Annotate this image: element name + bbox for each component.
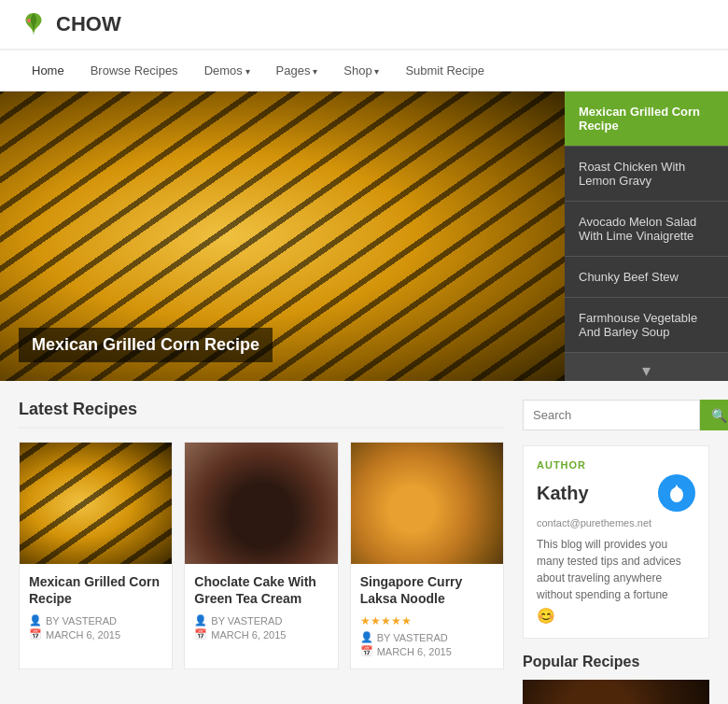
hero-image[interactable]: Mexican Grilled Corn Recipe	[0, 92, 565, 381]
recipe-card-date-1: 📅 MARCH 6, 2015	[194, 628, 328, 641]
hero-sidebar-item-3[interactable]: Chunky Beef Stew	[565, 257, 728, 298]
recipe-card-img-0	[20, 443, 172, 564]
person-icon-2: 👤	[360, 631, 373, 643]
author-emoji-icon: 😊	[537, 607, 695, 625]
main-area: Latest Recipes Mexican Grilled Corn Reci…	[0, 381, 728, 704]
person-icon-1: 👤	[194, 614, 207, 627]
author-row: Kathy	[537, 474, 695, 512]
latest-recipes-title: Latest Recipes	[19, 400, 504, 429]
water-drop-icon	[666, 483, 687, 503]
recipe-card-date-2: 📅 MARCH 6, 2015	[360, 645, 494, 657]
hero-sidebar-more[interactable]: ▾	[565, 353, 728, 388]
recipe-card-body-2: Singapore Curry Laksa Noodle ★★★★★ 👤 BY …	[351, 564, 503, 669]
calendar-icon-2: 📅	[360, 645, 373, 657]
svg-point-0	[27, 19, 31, 22]
content-area: Latest Recipes Mexican Grilled Corn Reci…	[19, 400, 504, 704]
hero-sidebar: Mexican Grilled Corn Recipe Roast Chicke…	[565, 92, 728, 381]
author-email: contact@purethemes.net	[537, 517, 695, 528]
nav-item-demos[interactable]: Demos	[191, 50, 263, 91]
recipe-card-stars-2: ★★★★★	[360, 614, 494, 627]
recipe-card-title-0: Mexican Grilled Corn Recipe	[29, 573, 162, 607]
nav-link-pages[interactable]: Pages	[263, 50, 331, 91]
main-nav: Home Browse Recipes Demos Pages Shop Sub…	[0, 49, 728, 92]
hero-section: Mexican Grilled Corn Recipe Mexican Gril…	[0, 92, 728, 381]
popular-card-overlay-0: Chunky Beef Stew ★★★★★	[523, 680, 709, 704]
nav-item-home[interactable]: Home	[19, 50, 77, 91]
hero-sidebar-item-2[interactable]: Avocado Melon Salad With Lime Vinaigrett…	[565, 202, 728, 257]
recipe-card-author-2: 👤 BY VASTERAD	[360, 631, 494, 643]
popular-recipe-card-0[interactable]: Chunky Beef Stew ★★★★★	[523, 680, 709, 704]
recipe-card-img-1	[185, 443, 337, 564]
recipe-card-author-1: 👤 BY VASTERAD	[194, 614, 328, 627]
recipes-grid: Mexican Grilled Corn Recipe 👤 BY VASTERA…	[19, 442, 504, 669]
recipe-card-body-1: Choclate Cake With Green Tea Cream 👤 BY …	[185, 564, 337, 652]
person-icon-0: 👤	[29, 614, 42, 627]
calendar-icon-1: 📅	[194, 628, 207, 641]
author-label: AUTHOR	[537, 459, 695, 471]
logo-text: CHOW	[56, 12, 121, 36]
hero-caption: Mexican Grilled Corn Recipe	[19, 328, 273, 362]
author-bio: This blog will provides you many tested …	[537, 536, 695, 603]
logo[interactable]: CHOW	[19, 9, 121, 39]
hero-sidebar-item-4[interactable]: Farmhouse Vegetable And Barley Soup	[565, 298, 728, 353]
recipe-card-author-0: 👤 BY VASTERAD	[29, 614, 162, 627]
nav-item-submit[interactable]: Submit Recipe	[392, 50, 497, 91]
recipe-card-0[interactable]: Mexican Grilled Corn Recipe 👤 BY VASTERA…	[19, 442, 173, 669]
nav-item-shop[interactable]: Shop	[330, 50, 392, 91]
recipe-card-title-1: Choclate Cake With Green Tea Cream	[194, 573, 328, 607]
search-input[interactable]	[523, 400, 700, 430]
recipe-card-title-2: Singapore Curry Laksa Noodle	[360, 573, 494, 607]
nav-link-home[interactable]: Home	[19, 50, 77, 91]
avatar	[658, 474, 695, 512]
popular-recipes-section: Popular Recipes Chunky Beef Stew ★★★★★	[523, 654, 709, 704]
nav-link-submit[interactable]: Submit Recipe	[392, 50, 497, 91]
search-button[interactable]: 🔍	[700, 400, 728, 430]
recipe-card-1[interactable]: Choclate Cake With Green Tea Cream 👤 BY …	[184, 442, 338, 669]
nav-item-browse[interactable]: Browse Recipes	[77, 50, 191, 91]
recipe-card-2[interactable]: Singapore Curry Laksa Noodle ★★★★★ 👤 BY …	[350, 442, 504, 669]
author-name: Kathy	[537, 483, 589, 504]
sidebar-right: 🔍 AUTHOR Kathy contact@purethemes.net Th…	[523, 400, 709, 704]
hero-sidebar-item-0[interactable]: Mexican Grilled Corn Recipe	[565, 92, 728, 147]
logo-icon	[19, 9, 49, 39]
nav-item-pages[interactable]: Pages	[263, 50, 331, 91]
recipe-card-body-0: Mexican Grilled Corn Recipe 👤 BY VASTERA…	[20, 564, 172, 652]
header: CHOW	[0, 0, 728, 49]
hero-sidebar-item-1[interactable]: Roast Chicken With Lemon Gravy	[565, 147, 728, 202]
recipe-card-img-2	[351, 443, 503, 564]
nav-link-browse[interactable]: Browse Recipes	[77, 50, 191, 91]
calendar-icon-0: 📅	[29, 628, 42, 641]
recipe-card-date-0: 📅 MARCH 6, 2015	[29, 628, 162, 641]
nav-link-shop[interactable]: Shop	[330, 50, 392, 91]
nav-link-demos[interactable]: Demos	[191, 50, 263, 91]
search-box: 🔍	[523, 400, 709, 430]
popular-recipes-title: Popular Recipes	[523, 654, 709, 670]
author-box: AUTHOR Kathy contact@purethemes.net This…	[523, 445, 709, 639]
